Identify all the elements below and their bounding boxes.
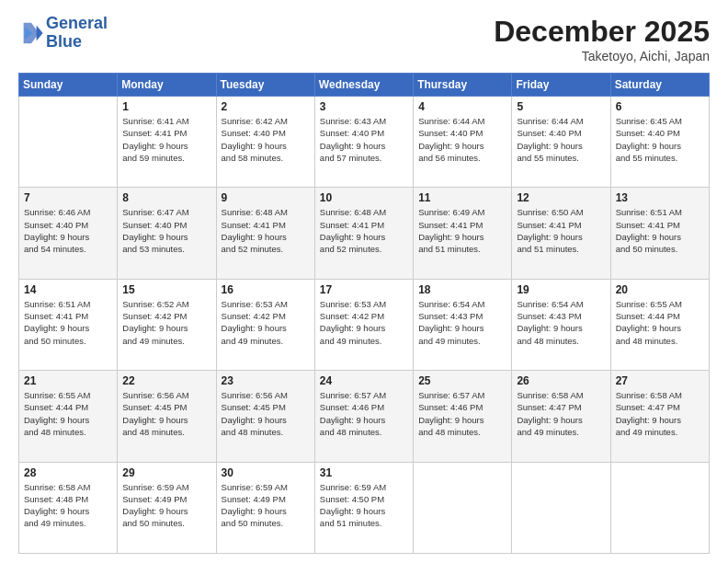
calendar-cell: 13Sunrise: 6:51 AMSunset: 4:41 PMDayligh…: [610, 188, 709, 279]
calendar-cell: [414, 462, 512, 553]
weekday-header-thursday: Thursday: [414, 74, 512, 97]
day-info: Sunrise: 6:50 AMSunset: 4:41 PMDaylight:…: [517, 206, 605, 255]
day-number: 22: [122, 374, 210, 387]
day-info: Sunrise: 6:56 AMSunset: 4:45 PMDaylight:…: [122, 389, 210, 438]
calendar-cell: 17Sunrise: 6:53 AMSunset: 4:42 PMDayligh…: [314, 279, 413, 370]
day-number: 29: [122, 466, 210, 479]
weekday-header-friday: Friday: [512, 74, 610, 97]
day-number: 13: [616, 191, 704, 204]
weekday-header-tuesday: Tuesday: [216, 74, 314, 97]
day-info: Sunrise: 6:47 AMSunset: 4:40 PMDaylight:…: [122, 206, 210, 255]
calendar-cell: 23Sunrise: 6:56 AMSunset: 4:45 PMDayligh…: [216, 371, 314, 462]
day-number: 30: [222, 466, 310, 479]
calendar-cell: 22Sunrise: 6:56 AMSunset: 4:45 PMDayligh…: [118, 371, 216, 462]
day-info: Sunrise: 6:58 AMSunset: 4:48 PMDaylight:…: [24, 481, 112, 530]
logo-text-blue: Blue: [46, 33, 108, 52]
day-number: 23: [222, 374, 310, 387]
calendar-cell: 19Sunrise: 6:54 AMSunset: 4:43 PMDayligh…: [512, 279, 610, 370]
weekday-header-monday: Monday: [118, 74, 216, 97]
calendar-cell: 7Sunrise: 6:46 AMSunset: 4:40 PMDaylight…: [19, 188, 118, 279]
day-number: 1: [122, 100, 210, 113]
day-info: Sunrise: 6:48 AMSunset: 4:41 PMDaylight:…: [222, 206, 310, 255]
calendar-cell: 30Sunrise: 6:59 AMSunset: 4:49 PMDayligh…: [216, 462, 314, 553]
day-number: 17: [320, 283, 408, 296]
day-info: Sunrise: 6:57 AMSunset: 4:46 PMDaylight:…: [320, 389, 408, 438]
day-number: 11: [418, 191, 506, 204]
calendar-cell: 15Sunrise: 6:52 AMSunset: 4:42 PMDayligh…: [118, 279, 216, 370]
calendar-cell: 27Sunrise: 6:58 AMSunset: 4:47 PMDayligh…: [610, 371, 709, 462]
day-number: 16: [222, 283, 310, 296]
calendar-cell: 16Sunrise: 6:53 AMSunset: 4:42 PMDayligh…: [216, 279, 314, 370]
calendar-cell: 14Sunrise: 6:51 AMSunset: 4:41 PMDayligh…: [19, 279, 118, 370]
day-number: 28: [24, 466, 112, 479]
day-info: Sunrise: 6:48 AMSunset: 4:41 PMDaylight:…: [320, 206, 408, 255]
calendar-cell: 20Sunrise: 6:55 AMSunset: 4:44 PMDayligh…: [610, 279, 709, 370]
calendar-cell: 28Sunrise: 6:58 AMSunset: 4:48 PMDayligh…: [19, 462, 118, 553]
day-number: 20: [616, 283, 704, 296]
day-info: Sunrise: 6:51 AMSunset: 4:41 PMDaylight:…: [616, 206, 704, 255]
calendar-cell: [19, 97, 118, 188]
calendar-cell: [512, 462, 610, 553]
day-info: Sunrise: 6:59 AMSunset: 4:50 PMDaylight:…: [320, 481, 408, 530]
day-number: 21: [24, 374, 112, 387]
day-info: Sunrise: 6:56 AMSunset: 4:45 PMDaylight:…: [222, 389, 310, 438]
day-number: 8: [122, 191, 210, 204]
day-number: 24: [320, 374, 408, 387]
calendar-cell: 24Sunrise: 6:57 AMSunset: 4:46 PMDayligh…: [314, 371, 413, 462]
logo-text-general: General: [46, 15, 108, 33]
calendar-cell: 3Sunrise: 6:43 AMSunset: 4:40 PMDaylight…: [314, 97, 413, 188]
day-info: Sunrise: 6:53 AMSunset: 4:42 PMDaylight:…: [320, 298, 408, 347]
calendar-cell: 5Sunrise: 6:44 AMSunset: 4:40 PMDaylight…: [512, 97, 610, 188]
day-number: 3: [320, 100, 408, 113]
day-info: Sunrise: 6:57 AMSunset: 4:46 PMDaylight:…: [418, 389, 506, 438]
day-number: 19: [517, 283, 605, 296]
logo: General Blue: [18, 15, 108, 52]
title-block: December 2025 Taketoyo, Aichi, Japan: [494, 15, 710, 63]
day-info: Sunrise: 6:58 AMSunset: 4:47 PMDaylight:…: [616, 389, 704, 438]
location-title: Taketoyo, Aichi, Japan: [494, 49, 710, 63]
calendar-cell: 26Sunrise: 6:58 AMSunset: 4:47 PMDayligh…: [512, 371, 610, 462]
weekday-header-row: SundayMondayTuesdayWednesdayThursdayFrid…: [19, 74, 710, 97]
day-info: Sunrise: 6:45 AMSunset: 4:40 PMDaylight:…: [616, 115, 704, 164]
day-number: 7: [24, 191, 112, 204]
calendar-cell: 4Sunrise: 6:44 AMSunset: 4:40 PMDaylight…: [414, 97, 512, 188]
day-info: Sunrise: 6:44 AMSunset: 4:40 PMDaylight:…: [517, 115, 605, 164]
day-info: Sunrise: 6:58 AMSunset: 4:47 PMDaylight:…: [517, 389, 605, 438]
day-number: 26: [517, 374, 605, 387]
day-info: Sunrise: 6:44 AMSunset: 4:40 PMDaylight:…: [418, 115, 506, 164]
day-info: Sunrise: 6:42 AMSunset: 4:40 PMDaylight:…: [222, 115, 310, 164]
calendar-cell: 8Sunrise: 6:47 AMSunset: 4:40 PMDaylight…: [118, 188, 216, 279]
calendar-cell: 6Sunrise: 6:45 AMSunset: 4:40 PMDaylight…: [610, 97, 709, 188]
day-number: 18: [418, 283, 506, 296]
calendar-table: SundayMondayTuesdayWednesdayThursdayFrid…: [18, 73, 710, 554]
day-number: 25: [418, 374, 506, 387]
day-info: Sunrise: 6:49 AMSunset: 4:41 PMDaylight:…: [418, 206, 506, 255]
calendar-cell: [610, 462, 709, 553]
calendar-cell: 29Sunrise: 6:59 AMSunset: 4:49 PMDayligh…: [118, 462, 216, 553]
day-info: Sunrise: 6:54 AMSunset: 4:43 PMDaylight:…: [418, 298, 506, 347]
day-info: Sunrise: 6:55 AMSunset: 4:44 PMDaylight:…: [616, 298, 704, 347]
day-info: Sunrise: 6:51 AMSunset: 4:41 PMDaylight:…: [24, 298, 112, 347]
week-row-3: 14Sunrise: 6:51 AMSunset: 4:41 PMDayligh…: [19, 279, 710, 370]
calendar-cell: 9Sunrise: 6:48 AMSunset: 4:41 PMDaylight…: [216, 188, 314, 279]
day-number: 5: [517, 100, 605, 113]
day-number: 6: [616, 100, 704, 113]
day-info: Sunrise: 6:43 AMSunset: 4:40 PMDaylight:…: [320, 115, 408, 164]
day-number: 2: [222, 100, 310, 113]
week-row-1: 1Sunrise: 6:41 AMSunset: 4:41 PMDaylight…: [19, 97, 710, 188]
weekday-header-wednesday: Wednesday: [314, 74, 413, 97]
calendar-cell: 31Sunrise: 6:59 AMSunset: 4:50 PMDayligh…: [314, 462, 413, 553]
weekday-header-sunday: Sunday: [19, 74, 118, 97]
day-number: 12: [517, 191, 605, 204]
calendar-cell: 2Sunrise: 6:42 AMSunset: 4:40 PMDaylight…: [216, 97, 314, 188]
day-number: 31: [320, 466, 408, 479]
day-info: Sunrise: 6:59 AMSunset: 4:49 PMDaylight:…: [122, 481, 210, 530]
calendar-cell: 18Sunrise: 6:54 AMSunset: 4:43 PMDayligh…: [414, 279, 512, 370]
day-info: Sunrise: 6:53 AMSunset: 4:42 PMDaylight:…: [222, 298, 310, 347]
day-number: 9: [222, 191, 310, 204]
month-title: December 2025: [494, 15, 710, 49]
header: General Blue December 2025 Taketoyo, Aic…: [18, 15, 710, 63]
day-info: Sunrise: 6:59 AMSunset: 4:49 PMDaylight:…: [222, 481, 310, 530]
day-number: 14: [24, 283, 112, 296]
week-row-2: 7Sunrise: 6:46 AMSunset: 4:40 PMDaylight…: [19, 188, 710, 279]
